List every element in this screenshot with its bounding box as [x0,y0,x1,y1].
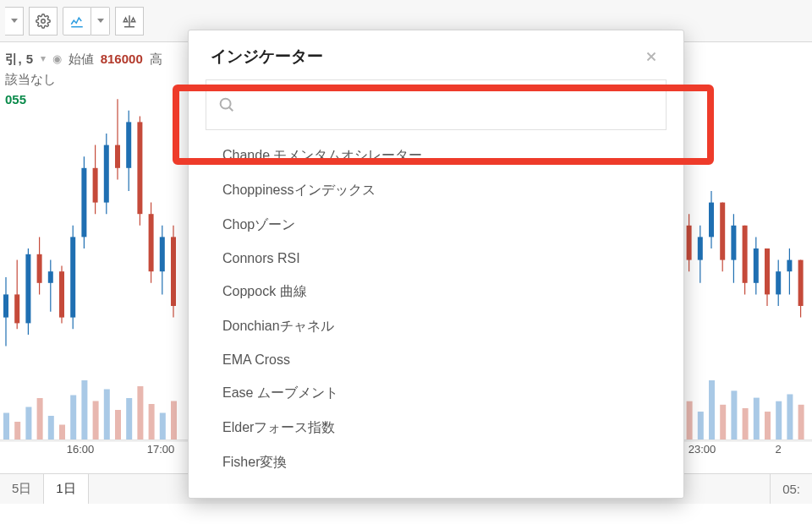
svg-rect-41 [93,401,99,440]
svg-rect-86 [754,398,760,439]
compare-button[interactable] [115,7,144,35]
list-item[interactable]: Choppinessインデックス [189,173,683,208]
svg-rect-30 [160,237,165,271]
svg-rect-40 [81,380,87,439]
svg-rect-10 [48,271,53,283]
chevron-down-icon[interactable] [5,7,24,35]
svg-rect-64 [731,226,736,260]
list-item[interactable]: Fisher変換 [189,445,683,480]
svg-rect-84 [731,390,737,439]
na-text: 該当なし [5,69,56,90]
svg-rect-36 [37,398,43,439]
svg-rect-16 [81,168,86,237]
symbol-dropdown[interactable] [5,7,24,35]
svg-rect-68 [754,248,759,283]
svg-rect-82 [709,380,715,439]
svg-rect-34 [14,422,20,439]
svg-rect-18 [93,168,98,203]
svg-rect-76 [798,260,804,306]
xaxis-tick: 2 [775,443,781,456]
search-field-wrap [206,79,667,130]
svg-point-92 [221,99,231,109]
ohlc-overlay: 引, 5 ▾ ◉ 始値 816000 高 該当なし 055 [5,49,162,110]
svg-rect-28 [149,214,154,271]
svg-rect-62 [720,203,725,260]
list-item[interactable]: EMA Cross [189,344,683,376]
xaxis-tick: 17:00 [147,443,175,456]
list-item[interactable]: Elderフォース指数 [189,411,683,445]
svg-rect-72 [776,271,781,294]
list-item[interactable]: Donchianチャネル [189,309,683,344]
list-item[interactable]: Chopゾーン [189,208,683,243]
search-icon [206,96,247,114]
dialog-title: インジケーター [211,46,641,68]
high-prefix: 高 [150,49,162,69]
svg-point-0 [41,19,46,23]
svg-rect-32 [171,237,176,306]
svg-rect-56 [687,226,692,260]
list-item[interactable]: Ease ムーブメント [189,376,683,411]
svg-rect-8 [37,254,42,283]
svg-rect-58 [698,237,703,259]
svg-rect-42 [104,390,110,440]
svg-rect-44 [126,398,132,439]
svg-rect-45 [137,386,143,439]
svg-rect-80 [687,401,693,439]
green-value: 055 [5,90,26,110]
svg-rect-81 [698,412,704,439]
indicator-list[interactable]: Chande モメンタムオシレーターChoppinessインデックスChopゾー… [189,135,683,498]
list-item[interactable]: Coppock 曲線 [189,275,683,309]
list-item[interactable]: Connors RSI [189,243,683,275]
svg-rect-46 [149,404,155,439]
indicators-dialog: インジケーター Chande モメンタムオシレーターChoppinessインデッ… [188,30,684,499]
open-value: 816000 [101,49,143,69]
svg-rect-33 [3,413,9,440]
indicators-group [63,7,110,35]
svg-rect-6 [25,254,30,324]
svg-rect-37 [48,416,54,439]
svg-rect-39 [70,396,76,440]
svg-rect-74 [787,260,792,272]
svg-rect-12 [59,271,64,317]
svg-rect-90 [798,405,804,439]
symbol-label: 引, 5 [5,49,34,69]
chevron-down-icon[interactable] [91,7,110,35]
gear-icon[interactable] [29,7,58,35]
list-item[interactable]: Chande モメンタムオシレーター [189,139,683,173]
svg-rect-89 [787,394,793,439]
search-input[interactable] [247,80,666,129]
svg-rect-14 [70,237,75,317]
svg-rect-20 [104,145,109,203]
svg-rect-66 [743,226,748,283]
close-button[interactable] [641,46,661,67]
svg-rect-47 [160,413,166,440]
svg-rect-38 [59,425,65,440]
range-tab-1d[interactable]: 1日 [43,474,88,504]
svg-rect-70 [765,248,770,294]
open-label: 始値 [69,49,94,69]
range-tab-5d[interactable]: 5日 [0,474,43,504]
settings-group [29,7,58,35]
svg-rect-48 [171,401,177,440]
svg-rect-87 [765,412,771,439]
svg-rect-26 [137,122,142,214]
svg-rect-85 [743,408,749,439]
svg-rect-24 [126,122,131,167]
svg-rect-60 [709,203,714,237]
svg-rect-88 [776,401,782,439]
close-icon [644,49,659,64]
svg-rect-4 [14,294,19,323]
dialog-header: インジケーター [189,30,683,79]
chevron-down-icon[interactable]: ▾ [41,51,46,67]
svg-rect-35 [25,407,31,440]
right-time-label: 05: [770,474,812,504]
eye-icon[interactable]: ◉ [52,51,62,68]
svg-rect-83 [720,405,726,439]
compare-group [115,7,144,35]
xaxis-tick: 23:00 [689,443,716,456]
xaxis-tick: 16:00 [67,443,95,456]
svg-rect-43 [115,410,121,439]
svg-rect-22 [115,145,120,168]
svg-rect-2 [3,294,8,317]
indicators-button[interactable] [63,7,91,35]
